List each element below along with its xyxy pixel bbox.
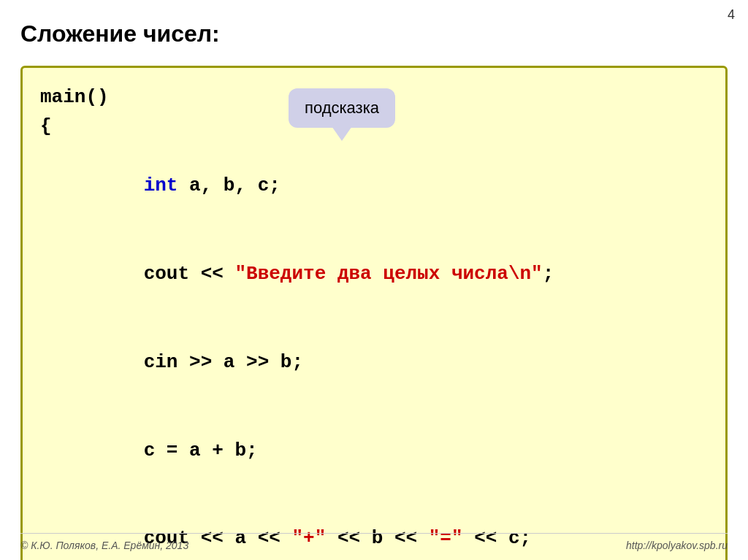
code-line-3: int a, b, c; bbox=[40, 142, 708, 230]
code-line-4: cout << "Введите два целых числа\n"; bbox=[40, 229, 708, 318]
code-line-3-rest: a, b, c; bbox=[178, 174, 280, 196]
footer: © К.Ю. Поляков, Е.А. Ерёмин, 2013 http:/… bbox=[20, 533, 728, 551]
tooltip-container: подсказка bbox=[289, 88, 395, 128]
tooltip-bubble: подсказка bbox=[289, 88, 395, 128]
code-line-5-text: cin >> a >> b; bbox=[144, 351, 303, 373]
code-line-4-before: cout << bbox=[144, 263, 235, 285]
keyword-int: int bbox=[144, 174, 178, 196]
footer-copyright: © К.Ю. Поляков, Е.А. Ерёмин, 2013 bbox=[20, 540, 188, 551]
code-line-6: c = a + b; bbox=[40, 406, 708, 494]
code-block: подсказка main() { int a, b, c; cout << … bbox=[20, 66, 728, 560]
code-line-6-text: c = a + b; bbox=[144, 440, 258, 461]
code-content: подсказка main() { int a, b, c; cout << … bbox=[40, 83, 708, 560]
code-line-5: cin >> a >> b; bbox=[40, 318, 708, 406]
code-line-4-string: "Введите два целых числа\n" bbox=[234, 263, 542, 285]
code-line-4-after: ; bbox=[543, 263, 554, 285]
slide-title: Сложение чисел: bbox=[20, 20, 220, 47]
footer-url: http://kpolyakov.spb.ru bbox=[626, 540, 728, 551]
page-number: 4 bbox=[728, 7, 735, 23]
